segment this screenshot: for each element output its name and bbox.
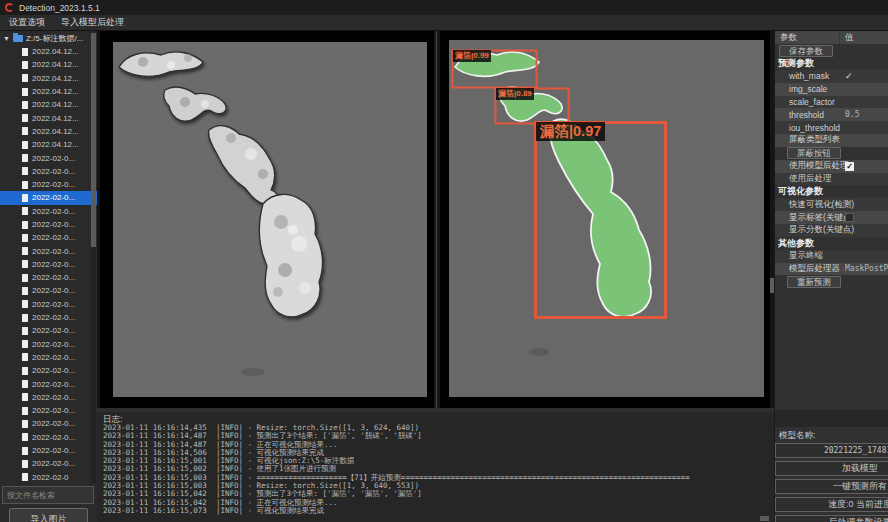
param-repredict-row: 重新预测 xyxy=(775,275,888,288)
tree-item[interactable]: 2022-02-0... xyxy=(0,271,97,284)
param-row-iou-threshold[interactable]: iou_threshold xyxy=(775,121,888,134)
tree-item[interactable]: 2022-02-0... xyxy=(0,338,97,351)
menu-import-model-postprocess[interactable]: 导入模型后处理 xyxy=(61,16,124,29)
params-header-value: 值 xyxy=(839,31,888,44)
tree-item[interactable]: 2022-02-0... xyxy=(0,417,97,430)
tree-item[interactable]: 2022-02-0... xyxy=(0,404,97,417)
tree-item[interactable]: 2022.04.12... xyxy=(0,138,97,151)
repredict-button[interactable]: 重新预测 xyxy=(787,276,841,288)
tree-item[interactable]: 2022-02-0... xyxy=(0,298,97,311)
predict-all-button[interactable]: 一键预测所有 xyxy=(775,479,888,494)
file-icon xyxy=(22,141,28,149)
tree-item[interactable]: 2022-02-0... xyxy=(0,311,97,324)
tree-item[interactable]: 2022-02-0... xyxy=(0,457,97,470)
param-row-quick-visualization[interactable]: 快速可视化(检测) xyxy=(775,198,888,211)
tree-item[interactable]: 2022.04.12... xyxy=(0,98,97,111)
tree-item[interactable]: 2022.04.12... xyxy=(0,125,97,138)
file-tree-panel: ▼ Z:/5-标注数据/... 2022.04.12...2022.04.12.… xyxy=(0,31,97,522)
param-row-threshold[interactable]: threshold 0.5 xyxy=(775,108,888,121)
center-area: 漏箔|0.99 漏箔|0.89 漏箔|0.97 日志: 2023-01-11 1… xyxy=(97,31,774,522)
tree-item[interactable]: 2022-02-0... xyxy=(0,191,97,204)
param-row-with-mask[interactable]: with_mask ✓ xyxy=(775,70,888,83)
tree-item[interactable]: 2022-02-0... xyxy=(0,351,97,364)
tree-item[interactable]: 2022.04.12... xyxy=(0,58,97,71)
tree-item[interactable]: 2022.04.12... xyxy=(0,85,97,98)
tree-item[interactable]: 2022-02-0... xyxy=(0,444,97,457)
postprocess-settings-button[interactable]: 后处理参数设置 xyxy=(775,515,888,522)
param-row-model-postprocessor[interactable]: 模型后处理器 MaskPostPro xyxy=(775,263,888,276)
tree-item[interactable]: 2022-02-0... xyxy=(0,391,97,404)
tree-item-label: 2022-02-0... xyxy=(32,180,75,189)
tree-item[interactable]: 2022-02-0... xyxy=(0,231,97,244)
param-row-show-labels[interactable]: 显示标签(关键点) xyxy=(775,211,888,224)
file-icon xyxy=(22,340,28,348)
log-horizontal-scrollbar-thumb[interactable] xyxy=(760,516,769,521)
expander-icon[interactable]: ▼ xyxy=(3,35,10,42)
param-row-img-scale[interactable]: img_scale xyxy=(775,83,888,96)
param-save-row: 保存参数 xyxy=(775,44,888,57)
tree-item-label: 2022-02-0... xyxy=(32,393,75,402)
filename-search-input[interactable] xyxy=(2,486,94,504)
tree-scrollbar-thumb[interactable] xyxy=(91,33,96,247)
show-labels-checkbox[interactable] xyxy=(845,213,854,222)
file-icon xyxy=(22,101,28,109)
tree-item[interactable]: 2022-02-0... xyxy=(0,284,97,297)
tree-item[interactable]: 2022.04.12... xyxy=(0,111,97,124)
tree-item[interactable]: 2022-02-0... xyxy=(0,324,97,337)
param-row-show-terminal[interactable]: 显示终端 xyxy=(775,250,888,263)
tree-item-label: 2022-02-0... xyxy=(32,446,75,455)
model-postprocessor-value: MaskPostPro xyxy=(841,264,888,273)
use-model-postprocess-checkbox[interactable]: ✓ xyxy=(845,162,854,171)
with-mask-check: ✓ xyxy=(841,71,888,81)
save-params-button[interactable]: 保存参数 xyxy=(779,45,833,57)
params-header-param: 参数 xyxy=(775,31,839,44)
tree-root-folder[interactable]: ▼ Z:/5-标注数据/... xyxy=(0,31,97,45)
tree-item[interactable]: 2022.04.12... xyxy=(0,72,97,85)
param-row-mask-type-list[interactable]: 屏蔽类型列表 xyxy=(775,134,888,147)
window-title: Detection_2023.1.5.1 xyxy=(19,3,100,13)
tree-scrollbar[interactable] xyxy=(91,33,96,483)
param-row-use-postprocess[interactable]: 使用后处理 xyxy=(775,173,888,186)
tree-item[interactable]: 2022-02-0... xyxy=(0,178,97,191)
file-icon xyxy=(22,181,28,189)
tree-item[interactable]: 2022-02-0... xyxy=(0,151,97,164)
model-name-field[interactable]: 20221225_174813 xyxy=(775,443,888,458)
tree-item[interactable]: 2022-02-0... xyxy=(0,218,97,231)
tree-item[interactable]: 2022-02-0... xyxy=(0,165,97,178)
file-icon xyxy=(22,287,28,295)
param-row-scale-factor[interactable]: scale_factor xyxy=(775,96,888,109)
import-images-button[interactable]: 导入图片 xyxy=(9,508,88,522)
tree-item-label: 2022.04.12... xyxy=(32,87,79,96)
tree-item[interactable]: 2022.04.12... xyxy=(0,45,97,58)
tree-item-label: 2022-02-0... xyxy=(32,366,75,375)
file-icon xyxy=(22,260,28,268)
menu-settings-options[interactable]: 设置选项 xyxy=(9,16,45,29)
tree-item-label: 2022-02-0... xyxy=(32,419,75,428)
params-table-header: 参数 值 xyxy=(775,31,888,44)
file-icon xyxy=(22,48,28,56)
file-icon xyxy=(22,473,28,481)
param-row-use-model-postprocess[interactable]: 使用模型后处理 ✓ xyxy=(775,160,888,173)
param-section-other: 其他参数 xyxy=(775,237,888,250)
tree-item-label: 2022.04.12... xyxy=(32,100,79,109)
prediction-image-panel[interactable]: 漏箔|0.99 漏箔|0.89 漏箔|0.97 xyxy=(440,31,770,408)
tree-item[interactable]: 2022-02-0... xyxy=(0,377,97,390)
file-icon xyxy=(22,221,28,229)
log-lines[interactable]: 2023-01-11 16:16:14,435 |INFO| - Resize:… xyxy=(103,424,764,516)
tree-item-label: 2022-02-0... xyxy=(32,154,75,163)
mask-button[interactable]: 屏蔽按钮 xyxy=(787,147,841,159)
tree-item[interactable]: 2022-02-0... xyxy=(0,258,97,271)
tree-item[interactable]: 2022-02-0... xyxy=(0,431,97,444)
tree-item[interactable]: 2022-02-0... xyxy=(0,364,97,377)
load-model-button[interactable]: 加载模型 xyxy=(775,461,888,476)
file-icon xyxy=(22,274,28,282)
original-image-panel[interactable] xyxy=(100,31,434,408)
file-icon xyxy=(22,194,28,202)
tree-item[interactable]: 2022-02-0 xyxy=(0,471,97,484)
tree-item-label: 2022-02-0... xyxy=(32,207,75,216)
tree-item-label: 2022-02-0... xyxy=(32,353,75,362)
tree-item-label: 2022-02-0... xyxy=(32,193,75,202)
tree-item[interactable]: 2022-02-0... xyxy=(0,205,97,218)
param-row-show-scores[interactable]: 显示分数(关键点) xyxy=(775,224,888,237)
tree-item[interactable]: 2022-02-0... xyxy=(0,244,97,257)
